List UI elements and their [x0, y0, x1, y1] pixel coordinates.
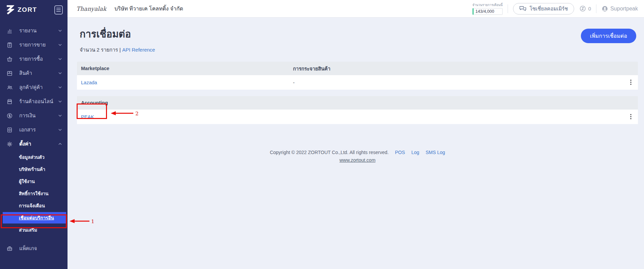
api-reference-link[interactable]: API Reference — [122, 47, 155, 53]
lazada-link[interactable]: Lazada — [81, 80, 97, 85]
coin-count: 0 — [588, 6, 591, 11]
sidebar-item-online-store[interactable]: ร้านค้าออนไลน์ — [0, 94, 68, 109]
user-menu[interactable]: Suportpeak — [601, 5, 638, 12]
log-link[interactable]: Log — [411, 150, 419, 155]
company-name: บริษัท ทีวายเค โคลทติ้ง จำกัด — [114, 4, 183, 13]
accounting-table-header: Accounting — [77, 96, 638, 110]
sidebar-item-products[interactable]: สินค้า — [0, 66, 68, 80]
pos-link[interactable]: POS — [395, 150, 405, 155]
sidebar-item-package[interactable]: แพ็คเกจ — [0, 241, 68, 256]
divider — [596, 4, 596, 13]
sidebar: ZORT รายงาน รายการขาย รายการซื้อ — [0, 0, 68, 269]
briefcase-icon — [6, 245, 14, 252]
chevron-down-icon — [58, 115, 62, 117]
archive-icon — [6, 127, 14, 133]
sidebar-item-sales[interactable]: รายการขาย — [0, 38, 68, 52]
money-icon — [6, 113, 14, 119]
sidebar-item-label: สินค้า — [19, 69, 32, 77]
row-menu-kebab-icon[interactable] — [627, 113, 635, 120]
gear-icon — [6, 141, 14, 147]
sidebar-header: ZORT — [0, 0, 68, 20]
subitem-addons[interactable]: ส่วนเสริม — [0, 224, 68, 236]
table-row: PEAK — [77, 110, 638, 124]
sidebar-item-label: ลูกค้า/คู่ค้า — [19, 83, 43, 91]
chevron-down-icon — [58, 58, 62, 60]
marketplace-table: Marketplace การกระจายสินค้า Lazada - — [77, 62, 638, 90]
marketplace-table-header: Marketplace การกระจายสินค้า — [77, 62, 638, 75]
monthly-count-label: จำนวนรายการเดือนนี้ — [473, 2, 503, 7]
page-title: การเชื่อมต่อ — [80, 26, 638, 42]
chevron-up-icon — [58, 143, 62, 145]
row-menu-kebab-icon[interactable] — [627, 79, 635, 86]
footer-line1: Copyright © 2022 ZORTOUT Co.,Ltd. All ri… — [77, 150, 638, 155]
subitem-personal-info[interactable]: ข้อมูลส่วนตัว — [0, 151, 68, 163]
zort-coin-icon — [579, 5, 586, 12]
sidebar-item-reports[interactable]: รายงาน — [0, 24, 68, 38]
accounting-table: Accounting PEAK — [77, 96, 638, 124]
topbar-right: จำนวนรายการเดือนนี้ 143/4,000 โซเชี่ยลคอ… — [473, 2, 638, 15]
workspace-logo: Thanyalak — [76, 5, 106, 12]
peak-link[interactable]: PEAK — [81, 114, 94, 120]
coin-balance[interactable]: 0 — [579, 5, 591, 12]
settings-submenu: ข้อมูลส่วนตัว บริษัท/ร้านค้า ผู้ใช้งาน ส… — [0, 151, 68, 236]
table-row: Lazada - — [77, 75, 638, 90]
brand-name: ZORT — [18, 6, 37, 13]
basket-icon — [6, 56, 14, 62]
chevron-down-icon — [58, 44, 62, 46]
sidebar-item-purchases[interactable]: รายการซื้อ — [0, 52, 68, 66]
sidebar-item-label: ร้านค้าออนไลน์ — [19, 97, 53, 106]
chat-bubbles-icon — [519, 6, 527, 12]
sidebar-item-finance[interactable]: การเงิน — [0, 109, 68, 123]
store-icon — [6, 98, 14, 105]
copyright-text: Copyright © 2022 ZORTOUT Co.,Ltd. All ri… — [270, 150, 388, 155]
user-avatar-icon — [601, 5, 608, 12]
sidebar-item-label: รายงาน — [19, 27, 36, 35]
subitem-users[interactable]: ผู้ใช้งาน — [0, 175, 68, 187]
chevron-down-icon — [58, 129, 62, 131]
username: Suportpeak — [610, 6, 638, 12]
chevron-down-icon — [58, 86, 62, 88]
chevron-down-icon — [58, 72, 62, 74]
main-content: การเชื่อมต่อ จำนวน 2 รายการ | API Refere… — [68, 18, 644, 269]
website-link[interactable]: www.zortout.com — [340, 157, 376, 163]
sidebar-item-label: รายการขาย — [19, 41, 46, 49]
sidebar-item-label: รายการซื้อ — [19, 55, 43, 63]
marketplace-header-label: Marketplace — [81, 66, 109, 71]
record-count: จำนวน 2 รายการ | — [80, 47, 121, 53]
page-footer: Copyright © 2022 ZORTOUT Co.,Ltd. All ri… — [77, 150, 638, 163]
add-connection-button[interactable]: เพิ่มการเชื่อมต่อ — [581, 29, 636, 43]
box-icon — [6, 70, 14, 77]
users-icon — [6, 84, 14, 91]
monthly-transactions-widget: จำนวนรายการเดือนนี้ 143/4,000 — [473, 2, 503, 15]
subitem-permissions[interactable]: สิทธิ์การใช้งาน — [0, 187, 68, 200]
distribution-value: - — [293, 80, 295, 85]
sidebar-item-label: การเงิน — [19, 112, 35, 120]
accounting-header-label: Accounting — [81, 100, 108, 106]
zort-logo-icon — [5, 5, 14, 15]
social-commerce-label: โซเชี่ยลคอมเมิร์ช — [530, 5, 568, 13]
distribution-header-label: การกระจายสินค้า — [293, 65, 330, 72]
sidebar-item-label: เอกสาร — [19, 126, 36, 134]
chevron-down-icon — [58, 30, 62, 32]
top-bar: Thanyalak บริษัท ทีวายเค โคลทติ้ง จำกัด … — [68, 0, 644, 18]
clipboard-icon — [6, 42, 14, 48]
sidebar-item-customers[interactable]: ลูกค้า/คู่ค้า — [0, 80, 68, 94]
subitem-connect-other-services[interactable]: เชื่อมต่อบริการอื่น — [3, 212, 66, 223]
bar-chart-icon — [6, 28, 14, 34]
sidebar-item-label: ตั้งค่า — [19, 140, 31, 148]
sidebar-nav: รายงาน รายการขาย รายการซื้อ สินค้า — [0, 20, 68, 256]
subitem-notifications[interactable]: การแจ้งเตือน — [0, 200, 68, 212]
social-commerce-button[interactable]: โซเชี่ยลคอมเมิร์ช — [513, 3, 574, 14]
sidebar-toggle-icon[interactable] — [54, 5, 63, 14]
sidebar-item-label: แพ็คเกจ — [19, 244, 37, 252]
sms-log-link[interactable]: SMS Log — [426, 150, 445, 155]
monthly-count-value: 143/4,000 — [473, 8, 503, 15]
sidebar-item-settings[interactable]: ตั้งค่า — [0, 137, 68, 151]
page-subtitle: จำนวน 2 รายการ | API Reference — [80, 46, 638, 54]
sidebar-item-documents[interactable]: เอกสาร — [0, 123, 68, 137]
divider — [508, 4, 508, 13]
subitem-company-store[interactable]: บริษัท/ร้านค้า — [0, 163, 68, 175]
chevron-down-icon — [58, 100, 62, 102]
